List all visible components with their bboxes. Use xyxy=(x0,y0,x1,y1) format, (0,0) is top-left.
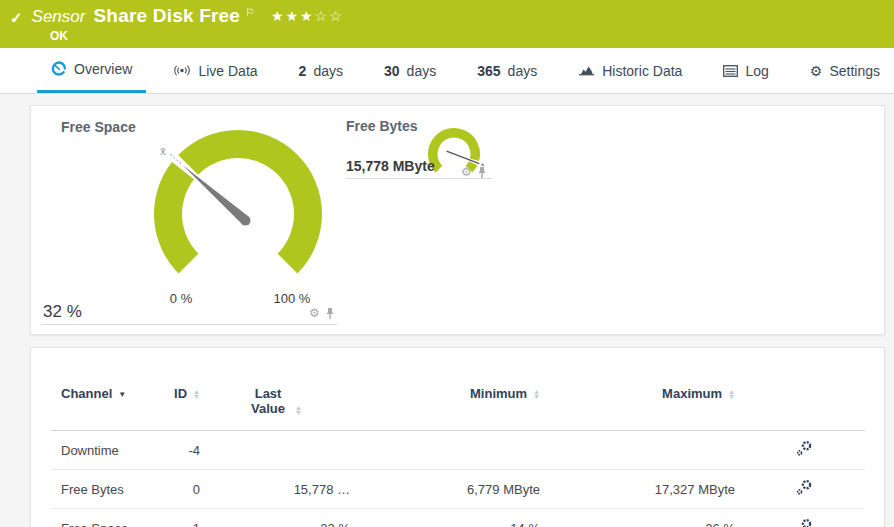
column-header-last-value[interactable]: Last Value▲▼ xyxy=(208,348,358,431)
tile-gear-icon[interactable]: ⚙ xyxy=(309,306,320,320)
live-data-icon xyxy=(173,64,191,77)
tab-number: 2 xyxy=(299,63,307,79)
cell-last-value xyxy=(208,431,358,470)
cell-channel: Free Space xyxy=(51,509,166,527)
tile-divider xyxy=(41,324,337,325)
cell-maximum: 36 % xyxy=(548,509,743,527)
tab-log[interactable]: Log xyxy=(709,48,782,93)
prtg-sensor-page: ✓ Sensor Share Disk Free ⚐ ★★★☆☆ OK Over… xyxy=(0,0,894,527)
column-label: Minimum xyxy=(470,386,527,401)
column-header-id[interactable]: ID▲▼ xyxy=(166,348,208,431)
cell-id: 1 xyxy=(166,509,208,527)
tile-divider xyxy=(346,178,492,179)
gauge-icon xyxy=(51,61,67,77)
tab-bar: Overview Live Data 2 days 30 days 365 xyxy=(0,48,894,94)
column-header-minimum[interactable]: Minimum▲▼ xyxy=(358,348,548,431)
gear-icon: ⚙ xyxy=(810,63,823,79)
cell-maximum: 17,327 MByte xyxy=(548,470,743,509)
column-label: Last Value xyxy=(247,386,289,416)
free-space-value: 32 % xyxy=(43,302,82,322)
tab-number: 365 xyxy=(477,63,500,79)
pin-icon[interactable] xyxy=(325,307,335,320)
object-kind-label: Sensor xyxy=(32,7,86,27)
tab-label: days xyxy=(407,63,437,79)
svg-text:x̄: x̄ xyxy=(160,145,166,157)
channel-row[interactable]: Free Space 1 32 % 14 % 36 % xyxy=(51,509,865,527)
historic-data-icon xyxy=(578,64,595,77)
cell-minimum: 14 % xyxy=(358,509,548,527)
sensor-title: Share Disk Free xyxy=(93,5,240,27)
free-bytes-tile-title: Free Bytes xyxy=(346,118,418,134)
channel-row[interactable]: Downtime -4 xyxy=(51,431,865,470)
gauge-scale-min: 0 % xyxy=(151,291,211,306)
cell-minimum: 6,779 MByte xyxy=(358,470,548,509)
gauge-scale-max: 100 % xyxy=(262,291,322,306)
tab-live-data[interactable]: Live Data xyxy=(159,48,271,93)
tab-label: days xyxy=(508,63,538,79)
pin-icon[interactable] xyxy=(477,166,487,179)
tab-365-days[interactable]: 365 days xyxy=(463,48,551,93)
log-icon xyxy=(723,65,738,77)
column-header-maximum[interactable]: Maximum▲▼ xyxy=(548,348,743,431)
sort-icon: ▲▼ xyxy=(533,389,540,399)
cell-channel: Free Bytes xyxy=(51,470,166,509)
tab-30-days[interactable]: 30 days xyxy=(370,48,450,93)
tab-overview[interactable]: Overview xyxy=(37,48,146,93)
channels-table: Channel▼ ID▲▼ Last Value▲▼ Minimum▲▼ Max xyxy=(51,348,865,527)
tab-label: Historic Data xyxy=(602,63,682,79)
column-label: Maximum xyxy=(662,386,722,401)
column-header-channel[interactable]: Channel▼ xyxy=(51,348,166,431)
channel-settings-icon[interactable] xyxy=(796,518,813,527)
cell-last-value: 15,778 … xyxy=(208,470,358,509)
status-badge: OK xyxy=(50,29,68,43)
tab-label: Overview xyxy=(74,61,132,77)
status-check-icon: ✓ xyxy=(10,9,23,27)
tab-label: days xyxy=(313,63,343,79)
page-content: Free Space x̄ 0 % 100 % 32 % ⚙ Free Byte… xyxy=(0,94,894,527)
sort-desc-icon: ▼ xyxy=(118,390,126,399)
column-label: Channel xyxy=(61,386,112,401)
cell-id: -4 xyxy=(166,431,208,470)
channel-settings-icon[interactable] xyxy=(796,440,813,457)
channel-settings-icon[interactable] xyxy=(796,479,813,496)
channels-panel: Channel▼ ID▲▼ Last Value▲▼ Minimum▲▼ Max xyxy=(30,347,885,527)
tab-settings[interactable]: ⚙ Settings xyxy=(796,48,894,93)
tab-label: Live Data xyxy=(198,63,257,79)
tab-label: Log xyxy=(745,63,768,79)
cell-minimum xyxy=(358,431,548,470)
tab-historic-data[interactable]: Historic Data xyxy=(564,48,696,93)
sort-icon: ▲▼ xyxy=(728,389,735,399)
cell-last-value: 32 % xyxy=(208,509,358,527)
priority-stars[interactable]: ★★★☆☆ xyxy=(271,8,344,24)
cell-channel: Downtime xyxy=(51,431,166,470)
tile-gear-icon[interactable]: ⚙ xyxy=(461,165,472,179)
sensor-header: ✓ Sensor Share Disk Free ⚐ ★★★☆☆ OK xyxy=(0,0,894,48)
flag-icon[interactable]: ⚐ xyxy=(245,6,255,19)
cell-maximum xyxy=(548,431,743,470)
cell-id: 0 xyxy=(166,470,208,509)
tab-number: 30 xyxy=(384,63,400,79)
free-bytes-value: 15,778 MByte xyxy=(346,158,435,174)
tab-2-days[interactable]: 2 days xyxy=(285,48,357,93)
gauges-panel: Free Space x̄ 0 % 100 % 32 % ⚙ Free Byte… xyxy=(30,105,885,335)
sort-icon: ▲▼ xyxy=(295,405,302,415)
column-header-actions xyxy=(743,348,865,431)
column-label: ID xyxy=(174,386,187,401)
sort-icon: ▲▼ xyxy=(193,389,200,399)
tab-label: Settings xyxy=(829,63,880,79)
channel-row[interactable]: Free Bytes 0 15,778 … 6,779 MByte 17,327… xyxy=(51,470,865,509)
